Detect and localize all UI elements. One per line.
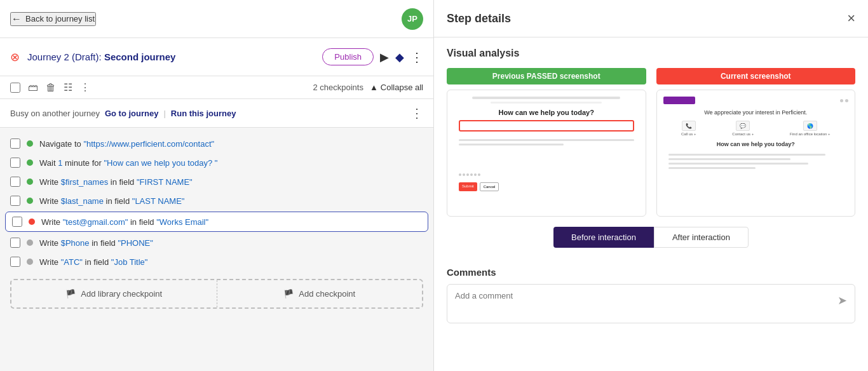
back-to-journey-button[interactable]: ← Back to journey list bbox=[10, 12, 96, 26]
step-checkbox[interactable] bbox=[10, 196, 20, 206]
nav-line bbox=[472, 97, 620, 99]
prev-dot bbox=[459, 173, 461, 176]
go-to-journey-link[interactable]: Go to journey bbox=[105, 109, 159, 118]
step-checkbox[interactable] bbox=[12, 217, 22, 227]
current-screenshot-col: Current screenshot We appreciate your in… bbox=[656, 68, 856, 217]
step-item[interactable]: Write $first_names in field "FIRST NAME" bbox=[0, 172, 433, 191]
curr-header-dots bbox=[840, 99, 848, 102]
run-journey-link[interactable]: Run this journey bbox=[171, 109, 236, 118]
step-status-dot bbox=[27, 198, 33, 204]
screenshots-row: Previous PASSED screenshot How can we he… bbox=[447, 68, 855, 217]
step-status-dot bbox=[27, 259, 33, 265]
select-all-checkbox[interactable] bbox=[10, 83, 20, 93]
add-library-checkpoint-button[interactable]: 🏴 Add library checkpoint bbox=[11, 280, 217, 307]
curr-icon-item: 📞 Call us + bbox=[681, 121, 696, 136]
journey-status-bar: Busy on another journey Go to journey | … bbox=[0, 99, 433, 128]
prev-input-highlight bbox=[459, 120, 634, 132]
previous-screenshot-frame: How can we help you today? bbox=[447, 90, 646, 217]
step-item[interactable]: Navigate to "https://www.perficient.com/… bbox=[0, 134, 433, 153]
step-item[interactable]: Write $last_name in field "LAST NAME" bbox=[0, 191, 433, 210]
nav-line-2 bbox=[491, 102, 602, 104]
curr-line bbox=[668, 167, 756, 169]
step-item-active[interactable]: Write "test@gmail.com" in field "Works E… bbox=[5, 212, 428, 232]
curr-help-title: How can we help you today? bbox=[663, 141, 849, 147]
curr-logo bbox=[663, 97, 695, 104]
header-more-button[interactable]: ⋮ bbox=[410, 50, 423, 65]
library-icon: 🏴 bbox=[65, 289, 76, 299]
top-bar: ← Back to journey list JP bbox=[0, 0, 433, 38]
step-text: Write $Phone in field "PHONE" bbox=[39, 238, 153, 248]
back-arrow-icon: ← bbox=[11, 13, 22, 25]
comments-section: Comments ➤ bbox=[434, 267, 868, 336]
status-more-button[interactable]: ⋮ bbox=[410, 105, 423, 121]
step-item[interactable]: Wait 1 minute for "How can we help you t… bbox=[0, 153, 433, 172]
step-checkbox[interactable] bbox=[10, 138, 20, 149]
prev-line bbox=[459, 144, 564, 145]
step-status-dot bbox=[27, 140, 33, 147]
close-panel-button[interactable]: × bbox=[847, 10, 855, 27]
previous-screenshot-col: Previous PASSED screenshot How can we he… bbox=[447, 68, 646, 217]
right-panel: Step details × Visual analysis Previous … bbox=[434, 0, 868, 371]
curr-screenshot-content: We appreciate your interest in Perficien… bbox=[657, 90, 855, 179]
step-checkbox[interactable] bbox=[10, 238, 20, 248]
after-interaction-tab[interactable]: After interaction bbox=[654, 227, 749, 248]
step-status-dot bbox=[27, 239, 33, 246]
curr-icon-label: Contact us + bbox=[732, 132, 754, 136]
add-checkpoint-button[interactable]: 🏴 Add checkpoint bbox=[217, 280, 423, 307]
step-text: Write $last_name in field "LAST NAME" bbox=[39, 196, 184, 206]
step-item[interactable]: Write $Phone in field "PHONE" bbox=[0, 233, 433, 252]
toolbar-right: 2 checkpoints ▲ Collapse all bbox=[313, 83, 423, 92]
curr-dot bbox=[840, 99, 843, 102]
step-status-dot bbox=[27, 179, 33, 185]
move-icon[interactable]: ☷ bbox=[64, 81, 72, 93]
checkpoints-count: 2 checkpoints bbox=[313, 83, 363, 92]
collapse-all-button[interactable]: ▲ Collapse all bbox=[370, 83, 423, 92]
curr-icon-box: 🌎 bbox=[803, 121, 817, 131]
prev-dot bbox=[478, 173, 480, 176]
current-screenshot-label: Current screenshot bbox=[656, 68, 856, 84]
curr-header bbox=[663, 97, 849, 104]
journey-error-icon: ⊗ bbox=[10, 50, 20, 64]
journey-header: ⊗ Journey 2 (Draft): Second journey Publ… bbox=[0, 38, 433, 76]
step-checkbox[interactable] bbox=[10, 257, 20, 267]
interaction-tabs: Before interaction After interaction bbox=[447, 227, 855, 248]
prev-line bbox=[459, 139, 634, 141]
delete-icon[interactable]: 🗑 bbox=[46, 82, 56, 93]
prev-bottom-buttons: Submit Cancel bbox=[454, 180, 639, 194]
add-checkpoints-area: 🏴 Add library checkpoint 🏴 Add checkpoin… bbox=[10, 279, 423, 309]
bookmark-button[interactable]: ◆ bbox=[395, 50, 404, 64]
step-status-dot bbox=[29, 219, 35, 225]
steps-list: Navigate to "https://www.perficient.com/… bbox=[0, 128, 433, 371]
prev-lines bbox=[454, 137, 639, 151]
previous-screenshot-label: Previous PASSED screenshot bbox=[447, 68, 646, 84]
avatar: JP bbox=[402, 8, 423, 30]
curr-icon-item: 💬 Contact us + bbox=[732, 121, 754, 136]
publish-button[interactable]: Publish bbox=[322, 48, 374, 65]
step-item[interactable]: Write "ATC" in field "Job Title" bbox=[0, 252, 433, 271]
play-button[interactable]: ▶ bbox=[380, 50, 389, 64]
curr-line bbox=[668, 158, 791, 160]
before-interaction-tab[interactable]: Before interaction bbox=[553, 227, 654, 248]
journey-name: Second journey bbox=[104, 51, 176, 62]
curr-line bbox=[668, 154, 826, 156]
step-status-dot bbox=[27, 159, 33, 166]
more-icon[interactable]: ⋮ bbox=[80, 81, 90, 93]
back-label: Back to journey list bbox=[25, 14, 95, 24]
current-screenshot-frame: We appreciate your interest in Perficien… bbox=[656, 90, 856, 217]
collapse-icon: ▲ bbox=[370, 83, 378, 92]
comment-send-button[interactable]: ➤ bbox=[837, 293, 847, 307]
curr-icon-box: 💬 bbox=[736, 121, 750, 131]
comment-input[interactable] bbox=[455, 291, 837, 316]
separator: | bbox=[163, 109, 165, 118]
archive-icon[interactable]: 🗃 bbox=[28, 82, 38, 93]
curr-lines bbox=[663, 152, 849, 173]
visual-analysis-title: Visual analysis bbox=[447, 48, 855, 59]
panel-title: Step details bbox=[447, 12, 511, 25]
step-checkbox[interactable] bbox=[10, 177, 20, 187]
journey-actions: Publish ▶ ◆ ⋮ bbox=[322, 48, 423, 65]
prev-dot bbox=[474, 173, 477, 176]
comment-input-wrap: ➤ bbox=[447, 284, 855, 323]
toolbar: 🗃 🗑 ☷ ⋮ 2 checkpoints ▲ Collapse all bbox=[0, 76, 433, 99]
step-text: Write $first_names in field "FIRST NAME" bbox=[39, 177, 193, 187]
step-checkbox[interactable] bbox=[10, 158, 20, 168]
